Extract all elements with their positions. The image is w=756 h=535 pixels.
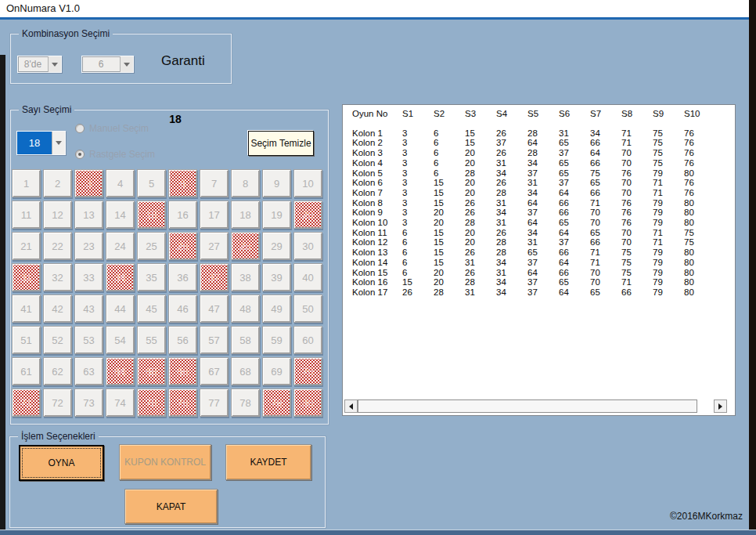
number-cell-42[interactable]: 42 — [43, 295, 72, 323]
results-row[interactable]: Kolon 5362834376575767980 — [352, 168, 735, 179]
number-cell-18[interactable]: 18 — [231, 201, 260, 229]
number-cell-56[interactable]: 56 — [168, 326, 197, 354]
number-cell-53[interactable]: 53 — [74, 326, 103, 354]
combination-second-select[interactable]: 6 — [81, 56, 134, 73]
number-cell-16[interactable]: 16 — [168, 201, 197, 229]
number-cell-49[interactable]: 49 — [262, 295, 291, 323]
results-row[interactable]: Kolon 116152026346465707175 — [352, 228, 735, 238]
manual-selection-radio[interactable]: Manuel Seçim — [75, 123, 149, 134]
number-cell-30[interactable]: 30 — [293, 232, 322, 260]
number-cell-71[interactable]: 71 — [12, 389, 41, 417]
results-row[interactable]: Kolon 1726283134376465667980 — [352, 287, 735, 298]
number-cell-58[interactable]: 58 — [231, 326, 260, 354]
number-cell-63[interactable]: 63 — [74, 357, 103, 385]
number-cell-75[interactable]: 75 — [137, 389, 166, 417]
results-row[interactable]: Kolon 2361537646566717576 — [352, 138, 735, 148]
number-cell-59[interactable]: 59 — [262, 326, 291, 354]
number-cell-57[interactable]: 57 — [200, 326, 229, 354]
results-row[interactable]: Kolon 3362026283764707576 — [352, 148, 735, 158]
number-cell-61[interactable]: 61 — [12, 357, 41, 385]
results-row[interactable]: Kolon 73152028346466707176 — [352, 188, 735, 198]
number-cell-34[interactable]: 34 — [106, 263, 135, 291]
count-select[interactable]: 18 — [16, 131, 66, 155]
number-cell-43[interactable]: 43 — [74, 295, 103, 323]
number-cell-15[interactable]: 15 — [137, 201, 166, 229]
number-cell-46[interactable]: 46 — [168, 295, 197, 323]
random-selection-radio[interactable]: Rastgele Seçim — [75, 149, 155, 160]
number-cell-23[interactable]: 23 — [74, 232, 103, 260]
clear-selection-button[interactable]: Seçim Temizle — [248, 131, 314, 156]
number-cell-40[interactable]: 40 — [293, 263, 322, 291]
number-cell-67[interactable]: 67 — [200, 357, 229, 385]
number-cell-47[interactable]: 47 — [200, 295, 229, 323]
number-cell-74[interactable]: 74 — [106, 389, 135, 417]
number-cell-70[interactable]: 70 — [293, 357, 322, 385]
number-cell-51[interactable]: 51 — [12, 326, 41, 354]
scrollbar-thumb[interactable] — [358, 399, 697, 413]
number-cell-79[interactable]: 79 — [262, 389, 291, 417]
chevron-down-icon[interactable] — [48, 56, 61, 72]
number-cell-10[interactable]: 10 — [293, 169, 322, 197]
number-cell-24[interactable]: 24 — [106, 232, 135, 260]
number-cell-44[interactable]: 44 — [106, 295, 135, 323]
number-cell-25[interactable]: 25 — [137, 232, 166, 260]
number-cell-13[interactable]: 13 — [74, 201, 103, 229]
number-cell-4[interactable]: 4 — [106, 169, 135, 197]
results-row[interactable]: Kolon 136152628656671757980 — [352, 248, 735, 258]
number-cell-31[interactable]: 31 — [12, 263, 41, 291]
number-cell-73[interactable]: 73 — [74, 389, 103, 417]
number-cell-3[interactable]: 3 — [74, 169, 103, 197]
number-cell-35[interactable]: 35 — [137, 263, 166, 291]
results-row[interactable]: Kolon 4362031346566707576 — [352, 158, 735, 168]
number-cell-52[interactable]: 52 — [43, 326, 72, 354]
number-cell-26[interactable]: 26 — [168, 232, 197, 260]
number-cell-54[interactable]: 54 — [106, 326, 135, 354]
number-cell-17[interactable]: 17 — [200, 201, 229, 229]
results-row[interactable]: Kolon 1615202834376570717980 — [352, 277, 735, 287]
number-cell-72[interactable]: 72 — [43, 389, 72, 417]
number-cell-20[interactable]: 20 — [293, 201, 322, 229]
results-row[interactable]: Kolon 146153134376471757980 — [352, 258, 735, 268]
number-cell-50[interactable]: 50 — [293, 295, 322, 323]
number-cell-11[interactable]: 11 — [12, 201, 41, 229]
results-row[interactable]: Kolon 156202631646670757980 — [352, 268, 735, 278]
number-cell-38[interactable]: 38 — [231, 263, 260, 291]
number-cell-7[interactable]: 7 — [200, 169, 229, 197]
close-app-button[interactable]: KAPAT — [124, 489, 218, 524]
number-cell-66[interactable]: 66 — [168, 357, 197, 385]
number-cell-37[interactable]: 37 — [200, 263, 229, 291]
coupon-check-button[interactable]: KUPON KONTROL — [119, 444, 211, 480]
number-cell-36[interactable]: 36 — [168, 263, 197, 291]
number-cell-64[interactable]: 64 — [106, 357, 135, 385]
number-cell-41[interactable]: 41 — [12, 295, 41, 323]
results-row[interactable]: Kolon 126152028313766707175 — [352, 237, 735, 248]
number-cell-48[interactable]: 48 — [231, 295, 260, 323]
save-button[interactable]: KAYDET — [225, 444, 311, 480]
number-cell-55[interactable]: 55 — [137, 326, 166, 354]
chevron-down-icon[interactable] — [120, 56, 133, 72]
results-row[interactable]: Kolon 103202831646570767980 — [352, 218, 735, 228]
number-cell-62[interactable]: 62 — [43, 357, 72, 385]
number-cell-68[interactable]: 68 — [231, 357, 260, 385]
results-row[interactable]: Kolon 63152026313765707176 — [352, 178, 735, 188]
number-cell-22[interactable]: 22 — [43, 232, 72, 260]
results-row[interactable]: Kolon 1361526283134717576 — [352, 128, 735, 139]
scroll-left-icon[interactable] — [344, 399, 358, 413]
number-cell-8[interactable]: 8 — [231, 169, 260, 197]
number-cell-21[interactable]: 21 — [12, 232, 41, 260]
number-cell-14[interactable]: 14 — [106, 201, 135, 229]
number-cell-6[interactable]: 6 — [168, 169, 197, 197]
number-cell-76[interactable]: 76 — [168, 389, 197, 417]
combination-first-select[interactable]: 8'de — [17, 56, 62, 73]
number-cell-39[interactable]: 39 — [262, 263, 291, 291]
number-cell-2[interactable]: 2 — [43, 169, 72, 197]
number-cell-45[interactable]: 45 — [137, 295, 166, 323]
number-cell-19[interactable]: 19 — [262, 201, 291, 229]
scroll-right-icon[interactable] — [714, 399, 727, 413]
number-cell-9[interactable]: 9 — [262, 169, 291, 197]
chevron-down-icon[interactable] — [52, 132, 65, 154]
number-cell-77[interactable]: 77 — [200, 389, 229, 417]
number-cell-65[interactable]: 65 — [137, 357, 166, 385]
number-cell-69[interactable]: 69 — [262, 357, 291, 385]
number-cell-1[interactable]: 1 — [12, 169, 41, 197]
